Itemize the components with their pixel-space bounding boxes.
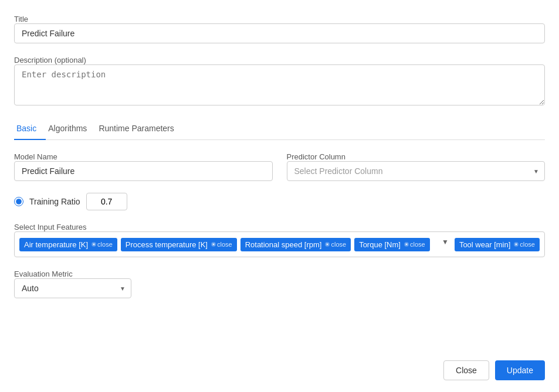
model-name-input[interactable] bbox=[14, 161, 273, 181]
model-name-label: Model Name bbox=[14, 152, 57, 161]
title-group: Title bbox=[14, 14, 545, 43]
training-ratio-label: Training Ratio bbox=[29, 197, 80, 206]
tabs-bar: Basic Algorithms Runtime Parameters bbox=[14, 119, 545, 140]
input-features-group: Select Input Features Air temperature [K… bbox=[14, 222, 545, 257]
tab-runtime-parameters[interactable]: Runtime Parameters bbox=[96, 119, 183, 140]
eval-metric-group: Evaluation Metric Auto Accuracy F1 AUC bbox=[14, 269, 545, 298]
tag-process-temperature-label: Process temperature [K] bbox=[126, 240, 208, 249]
tag-torque: Torque [Nm] close bbox=[354, 238, 430, 251]
main-container: Title Description (optional) Basic Algor… bbox=[0, 0, 559, 392]
tag-air-temperature-label: Air temperature [K] bbox=[24, 240, 88, 249]
model-predictor-row: Model Name Predictor Column Select Predi… bbox=[14, 152, 545, 193]
model-name-group: Model Name bbox=[14, 152, 273, 181]
close-button[interactable]: Close bbox=[443, 360, 489, 380]
predictor-column-group: Predictor Column Select Predictor Column bbox=[287, 152, 546, 181]
eval-metric-select[interactable]: Auto Accuracy F1 AUC bbox=[14, 278, 131, 298]
tag-torque-label: Torque [Nm] bbox=[359, 240, 401, 249]
tab-algorithms[interactable]: Algorithms bbox=[46, 119, 96, 140]
footer-buttons: Close Update bbox=[443, 360, 545, 380]
title-label: Title bbox=[14, 15, 28, 23]
tags-dropdown-arrow-icon[interactable]: ▼ bbox=[439, 237, 451, 247]
tag-process-temperature-close[interactable]: close bbox=[211, 241, 232, 248]
predictor-column-label: Predictor Column bbox=[287, 152, 345, 161]
tag-rotational-speed: Rotational speed [rpm] close bbox=[240, 238, 351, 251]
tag-rotational-speed-close[interactable]: close bbox=[325, 241, 346, 248]
tag-air-temperature-close[interactable]: close bbox=[92, 241, 113, 248]
predictor-column-select[interactable]: Select Predictor Column bbox=[287, 161, 546, 181]
tab-basic[interactable]: Basic bbox=[14, 119, 46, 140]
tab-content-basic: Model Name Predictor Column Select Predi… bbox=[14, 140, 545, 298]
tag-air-temperature: Air temperature [K] close bbox=[19, 238, 117, 251]
tag-tool-wear: Tool wear [min] close bbox=[455, 238, 540, 251]
tag-process-temperature: Process temperature [K] close bbox=[121, 238, 237, 251]
training-ratio-row: Training Ratio bbox=[14, 193, 545, 210]
training-ratio-radio[interactable] bbox=[14, 197, 23, 206]
input-features-label: Select Input Features bbox=[14, 223, 87, 231]
training-ratio-input[interactable] bbox=[86, 193, 127, 210]
tags-container[interactable]: Air temperature [K] close Process temper… bbox=[14, 231, 545, 257]
eval-metric-label: Evaluation Metric bbox=[14, 270, 73, 278]
tag-rotational-speed-label: Rotational speed [rpm] bbox=[245, 240, 322, 249]
tag-tool-wear-label: Tool wear [min] bbox=[459, 240, 510, 249]
description-group: Description (optional) bbox=[14, 55, 545, 107]
tag-tool-wear-close[interactable]: close bbox=[514, 241, 535, 248]
update-button[interactable]: Update bbox=[495, 360, 545, 380]
predictor-column-wrapper: Select Predictor Column bbox=[287, 161, 546, 181]
description-label: Description (optional) bbox=[14, 56, 86, 64]
description-textarea[interactable] bbox=[14, 64, 545, 105]
title-input[interactable] bbox=[14, 23, 545, 43]
eval-metric-wrapper: Auto Accuracy F1 AUC bbox=[14, 278, 131, 298]
tag-torque-close[interactable]: close bbox=[404, 241, 425, 248]
